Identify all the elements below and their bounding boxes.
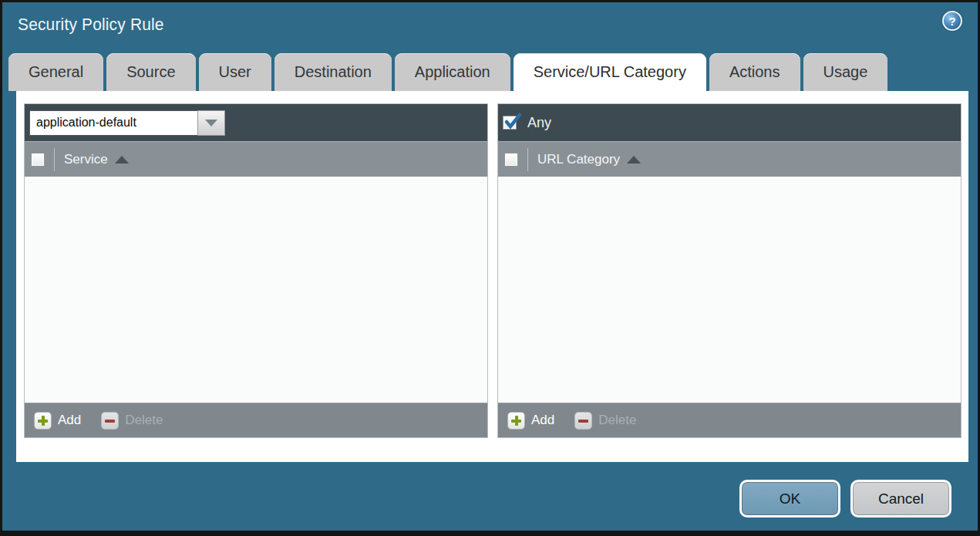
add-plus-icon xyxy=(34,412,52,430)
tab-actions[interactable]: Actions xyxy=(709,53,800,91)
url-category-add-label: Add xyxy=(531,413,554,428)
tab-bar: General Source User Destination Applicat… xyxy=(8,53,972,91)
service-type-dropdown-button[interactable] xyxy=(197,110,225,136)
sort-ascending-icon xyxy=(115,156,129,163)
url-category-panel: Any URL Category Add Delete xyxy=(497,103,961,438)
tab-content-service-url-category: Service Add Delete Any xyxy=(16,91,968,462)
url-category-table-header: URL Category xyxy=(498,141,961,177)
help-glyph: ? xyxy=(948,15,955,28)
chevron-down-icon xyxy=(205,120,217,126)
service-add-button[interactable]: Add xyxy=(34,412,81,430)
ok-button[interactable]: OK xyxy=(739,480,840,517)
tab-destination[interactable]: Destination xyxy=(274,53,392,91)
dialog-titlebar: Security Policy Rule ? xyxy=(2,2,978,51)
tab-application[interactable]: Application xyxy=(395,53,510,91)
url-category-column-label: URL Category xyxy=(537,152,620,167)
column-separator xyxy=(54,148,55,171)
cancel-button[interactable]: Cancel xyxy=(850,480,951,517)
service-type-input[interactable] xyxy=(29,110,197,136)
any-checkbox[interactable] xyxy=(503,116,517,130)
checkmark-icon xyxy=(503,111,523,131)
url-category-delete-label: Delete xyxy=(598,413,636,428)
url-category-list xyxy=(498,177,961,403)
any-label: Any xyxy=(527,115,551,131)
service-panel: Service Add Delete xyxy=(24,103,488,438)
service-delete-label: Delete xyxy=(125,413,163,428)
service-toolbar xyxy=(25,104,487,141)
url-category-delete-button[interactable]: Delete xyxy=(574,412,636,430)
dialog-title: Security Policy Rule xyxy=(18,15,164,35)
service-delete-button[interactable]: Delete xyxy=(101,412,163,430)
tab-source[interactable]: Source xyxy=(106,53,195,91)
service-table-header: Service xyxy=(25,141,487,177)
url-category-add-button[interactable]: Add xyxy=(507,412,554,430)
service-add-label: Add xyxy=(58,413,81,428)
url-category-footer: Add Delete xyxy=(498,403,961,437)
tab-service-url-category[interactable]: Service/URL Category xyxy=(514,53,706,91)
service-type-combo xyxy=(29,110,225,136)
service-column-header[interactable]: Service xyxy=(64,152,129,167)
dialog-button-row: OK Cancel xyxy=(739,480,951,517)
service-list xyxy=(25,177,487,403)
help-icon[interactable]: ? xyxy=(942,11,962,31)
service-footer: Add Delete xyxy=(25,403,487,437)
delete-minus-icon xyxy=(101,412,119,430)
url-category-select-all-checkbox[interactable] xyxy=(504,153,518,167)
sort-ascending-icon xyxy=(627,156,641,163)
service-select-all-checkbox[interactable] xyxy=(31,153,45,167)
column-separator xyxy=(527,148,528,171)
service-column-label: Service xyxy=(64,152,108,167)
tab-general[interactable]: General xyxy=(8,53,103,91)
delete-minus-icon xyxy=(574,412,592,430)
tab-user[interactable]: User xyxy=(199,53,271,91)
url-category-toolbar: Any xyxy=(498,104,961,141)
url-category-column-header[interactable]: URL Category xyxy=(537,152,641,167)
tab-usage[interactable]: Usage xyxy=(803,53,888,91)
add-plus-icon xyxy=(507,412,525,430)
